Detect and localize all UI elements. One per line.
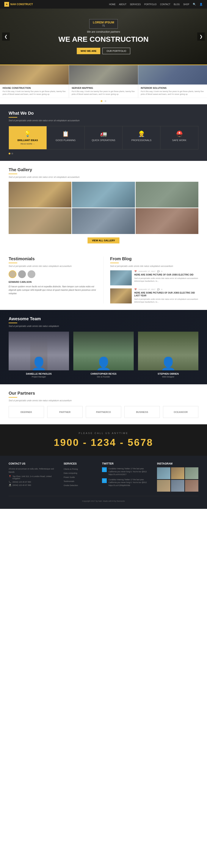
team-role-2: Dev & Founder xyxy=(73,376,134,378)
wwd-dot-2[interactable] xyxy=(11,153,13,154)
twitter-icon-1: 🐦 xyxy=(102,467,107,472)
footer-instagram-title: INSTAGRAM xyxy=(157,462,198,465)
footer-address: 📍 Top Floor, Unit 313, 2-4 London Road, … xyxy=(9,475,58,479)
team-img-1: 👤 xyxy=(9,332,69,370)
logo-text: NAH CONSTRUCT xyxy=(10,3,33,6)
feature-item-1: HOUSE CONSTRUCTION Put it this way, it t… xyxy=(0,65,69,98)
reviewer-name: EDWARD CARLSON xyxy=(9,281,97,283)
nav-shop[interactable]: SHOP xyxy=(183,3,189,6)
footer-services: SERVICES Clients & Pricing Data computin… xyxy=(63,462,97,492)
nav-portfolio[interactable]: PORTFOLIO xyxy=(144,3,157,6)
blog-title-2[interactable]: HERE ARE SOME PICTURES OF OUR JOBS ELECT… xyxy=(134,291,199,297)
team-section: Awesome Team Sed ut perspiciatis unde om… xyxy=(0,310,207,384)
call-section: PLEASE CALL US ANYTIME 1900 - 1234 - 567… xyxy=(0,424,207,456)
dot-inactive[interactable] xyxy=(105,100,106,102)
feature-title-3: INTERIOR SOLUTIONS xyxy=(141,87,204,89)
blog-title-1[interactable]: HERE ARE SOME PICTURE OF OUR JOBS ELECTR… xyxy=(134,273,199,276)
calendar-icon: 📅 xyxy=(134,270,137,273)
feature-text-2: Put it this way, it took me twenty five … xyxy=(72,90,135,95)
hero-arrow-left[interactable]: ❮ xyxy=(2,32,10,41)
team-member-3: 👤 STEPHEN OBRIEN Web Designer xyxy=(138,332,198,378)
service-link-2[interactable]: Data computing xyxy=(63,471,97,474)
nav-services[interactable]: SERVICES xyxy=(130,3,140,6)
partners-subtitle: Sed ut perspiciatis unde omnis iste natu… xyxy=(9,399,198,402)
hero-arrow-right[interactable]: ❯ xyxy=(197,32,205,41)
nav-contact[interactable]: CONTACT xyxy=(160,3,170,6)
blog-comments-1: 0 xyxy=(161,270,162,273)
location-icon: 📍 xyxy=(9,475,11,478)
view-all-gallery-button[interactable]: VIEW ALL GALLERY xyxy=(87,238,119,244)
wwd-item-operations[interactable]: 🚛 Quick Operations xyxy=(85,126,123,149)
gallery-item-1[interactable] xyxy=(9,182,71,208)
blog-subtitle: Sed ut perspiciatis unde omnis iste natu… xyxy=(110,265,199,267)
wwd-label-2: Good Planning xyxy=(50,139,81,142)
gallery-section: The Gallery Sed ut perspiciatis unde omn… xyxy=(0,161,207,250)
wwd-dot-1[interactable] xyxy=(9,153,10,154)
partner-2[interactable]: PARTNER xyxy=(47,406,83,418)
dot-active[interactable] xyxy=(101,100,102,102)
wwd-readmore-1[interactable]: Read More → xyxy=(12,143,43,145)
call-label: PLEASE CALL US ANYTIME xyxy=(9,432,198,434)
insta-item-1[interactable] xyxy=(157,467,170,479)
blog-title: From Blog xyxy=(110,256,199,261)
blog-img-1[interactable] xyxy=(110,270,132,285)
blog-meta-2: 📅 JANUARY 27, 2017 💬 0 xyxy=(134,288,199,290)
service-link-4[interactable]: Testimonials xyxy=(63,479,97,483)
footer-twitter: TWITTER 🐦 Curabitur Interrog Twitter 17 … xyxy=(102,462,152,492)
insta-item-4[interactable] xyxy=(157,480,170,492)
wwd-item-professionals[interactable]: 👷 Professionals xyxy=(123,126,160,149)
team-member-1: 👤 DANIELLE REYNOLDS Project Manager xyxy=(9,332,69,378)
hero-badge-line2: 71 xyxy=(102,24,105,27)
gallery-item-6[interactable] xyxy=(136,208,198,234)
tweet-content-1: Curabitur Interrog Twitter 17 the last y… xyxy=(108,467,152,476)
blog-items: 📅 JANUARY 27, 2017 💬 0 HERE ARE SOME PIC… xyxy=(110,270,199,304)
avatar-1[interactable] xyxy=(9,270,17,278)
gallery-title: The Gallery xyxy=(9,167,198,172)
call-number[interactable]: 1900 - 1234 - 5678 xyxy=(9,437,198,448)
insta-item-3[interactable] xyxy=(185,467,198,479)
insta-item-6[interactable] xyxy=(185,480,198,492)
wwd-label-4: Professionals xyxy=(126,139,157,142)
team-subtitle: Sed ut perspiciatis unde omnis iste natu… xyxy=(9,325,198,327)
blog-item-1: 📅 JANUARY 27, 2017 💬 0 HERE ARE SOME PIC… xyxy=(110,270,199,285)
logo[interactable]: N NAH CONSTRUCT xyxy=(4,2,33,7)
partner-4[interactable]: BUSINESS xyxy=(124,406,160,418)
avatar-2[interactable] xyxy=(18,270,26,278)
wwd-item-planning[interactable]: 📋 Good Planning xyxy=(47,126,85,149)
service-link-1[interactable]: Clients & Pricing xyxy=(63,467,97,470)
blog-content-2: 📅 JANUARY 27, 2017 💬 0 HERE ARE SOME PIC… xyxy=(134,288,199,304)
search-icon[interactable]: 🔍 xyxy=(193,3,196,6)
user-icon[interactable]: 👤 xyxy=(200,3,203,6)
footer: CONTACT US All eros sit accumsan et null… xyxy=(0,456,207,509)
nav-home[interactable]: HOME xyxy=(109,3,115,6)
what-we-do-subtitle: Sed ut perspiciatis unde omnis iste natu… xyxy=(9,119,198,122)
team-grid: 👤 DANIELLE REYNOLDS Project Manager 👤 CH… xyxy=(9,332,198,378)
service-link-3[interactable]: Power Guide xyxy=(63,475,97,478)
gallery-item-4[interactable] xyxy=(9,208,71,234)
gallery-item-2[interactable] xyxy=(72,182,135,208)
wwd-item-safework[interactable]: ⛑️ Safe Work xyxy=(160,126,198,149)
partner-1[interactable]: DEERNEK xyxy=(9,406,44,418)
what-we-do-section: What We Do Sed ut perspiciatis unde omni… xyxy=(0,104,207,161)
footer-twitter-title: TWITTER xyxy=(102,462,152,465)
testimonials-underline xyxy=(9,262,17,263)
footer-instagram: INSTAGRAM xyxy=(157,462,198,492)
gallery-view-all: VIEW ALL GALLERY xyxy=(9,238,198,244)
partner-3[interactable]: PARTNERCO xyxy=(86,406,121,418)
partner-logo-4: BUSINESS xyxy=(136,411,148,413)
nav-about[interactable]: ABOUT xyxy=(119,3,126,6)
partner-5[interactable]: OCEANOOR xyxy=(163,406,198,418)
our-portfolio-button[interactable]: OUR PORTFOLIO xyxy=(102,48,130,54)
what-we-do-title: What We Do xyxy=(9,111,198,116)
team-name-2: CHRISTOPHER REYES xyxy=(73,372,134,375)
wwd-item-brilliant[interactable]: 💡 Brilliant Ideas Read More → xyxy=(9,126,47,149)
avatar-3[interactable] xyxy=(28,270,35,278)
gallery-item-3[interactable] xyxy=(136,182,198,208)
insta-item-5[interactable] xyxy=(171,480,184,492)
blog-img-2[interactable] xyxy=(110,288,132,304)
who-we-are-button[interactable]: WHO WE ARE xyxy=(77,48,101,54)
gallery-item-5[interactable] xyxy=(72,208,135,234)
nav-blog[interactable]: BLOG xyxy=(174,3,180,6)
service-link-5[interactable]: Onsite Detection xyxy=(63,484,97,487)
insta-item-2[interactable] xyxy=(171,467,184,479)
